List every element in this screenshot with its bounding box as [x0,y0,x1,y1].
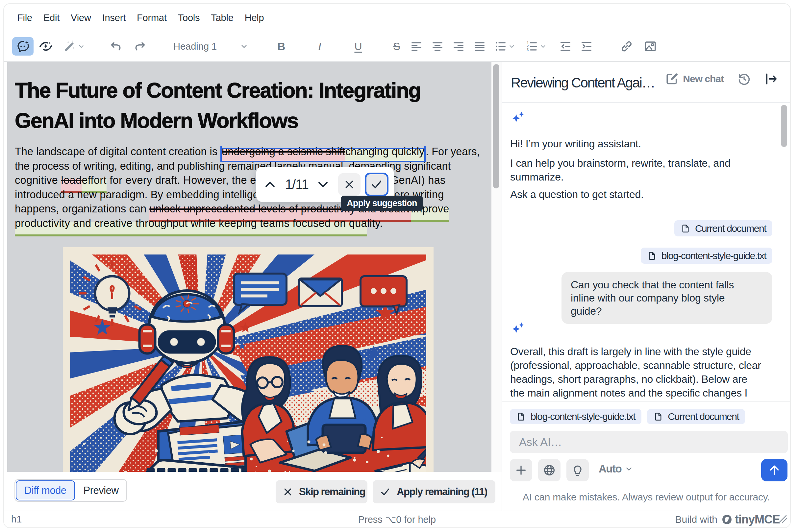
svg-text:3: 3 [527,48,528,52]
